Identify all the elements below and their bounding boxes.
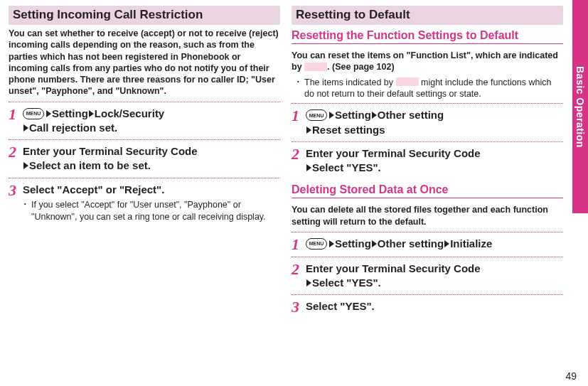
right-sub1-intro: You can reset the items on "Function Lis… xyxy=(292,50,563,73)
step-line: Select "YES". xyxy=(312,277,381,289)
chevron-right-icon xyxy=(23,162,28,169)
step-line: Enter your Terminal Security Code xyxy=(306,262,481,274)
chevron-right-icon xyxy=(306,127,311,134)
side-tab: Basic Operation xyxy=(572,0,588,213)
left-step-2: 2 Enter your Terminal Security Code Sele… xyxy=(9,140,280,178)
section-title-left: Setting Incoming Call Restriction xyxy=(9,6,280,25)
step-line: Select an item to be set. xyxy=(29,159,151,171)
chevron-right-icon xyxy=(329,112,334,119)
chevron-right-icon xyxy=(329,240,334,247)
highlight-chip xyxy=(396,77,419,86)
note-text: If you select "Accept" for "User unset",… xyxy=(31,199,280,223)
highlight-chip xyxy=(304,63,327,71)
path-part: Initialize xyxy=(450,237,492,250)
subheading-delete-stored: Deleting Stored Data at Once xyxy=(292,183,563,198)
page-number: 49 xyxy=(565,370,577,382)
section-title-right: Resetting to Default xyxy=(292,6,563,25)
left-column: Setting Incoming Call Restriction You ca… xyxy=(9,6,280,319)
path-part: Other setting xyxy=(378,237,444,250)
step-number: 2 xyxy=(9,144,18,160)
left-step-1: 1 MENUSettingLock/Security Call rejectio… xyxy=(9,102,280,141)
right-sub1-step-1: 1 MENUSettingOther setting Reset setting… xyxy=(292,104,563,142)
page-content: Setting Incoming Call Restriction You ca… xyxy=(0,0,588,325)
chevron-right-icon xyxy=(444,240,449,247)
note-text: The items indicated by might include the… xyxy=(304,77,563,101)
right-sub2-step-2: 2 Enter your Terminal Security Code Sele… xyxy=(292,257,563,296)
right-sub2-step-3: 3 Select "YES". xyxy=(292,295,563,319)
step-line: Enter your Terminal Security Code xyxy=(306,147,481,159)
chevron-right-icon xyxy=(372,112,377,119)
step-line: Enter your Terminal Security Code xyxy=(23,145,198,157)
path-part: Setting xyxy=(335,109,371,121)
chevron-right-icon xyxy=(46,110,51,117)
step-number: 3 xyxy=(9,183,18,198)
menu-icon: MENU xyxy=(23,108,44,119)
chevron-right-icon xyxy=(306,164,311,171)
bullet-icon: ･ xyxy=(23,199,28,223)
step-number: 2 xyxy=(292,146,301,162)
chevron-right-icon xyxy=(89,110,94,117)
intro-part: . (See page 102) xyxy=(327,62,395,72)
path-part: Lock/Security xyxy=(95,107,164,119)
chevron-right-icon xyxy=(306,279,311,286)
right-sub2-step-1: 1 MENUSettingOther settingInitialize xyxy=(292,232,563,257)
step-line: Select "Accept" or "Reject". xyxy=(23,183,164,195)
chevron-right-icon xyxy=(372,240,377,247)
step-number: 1 xyxy=(9,107,18,122)
menu-icon: MENU xyxy=(306,109,327,121)
step-number: 3 xyxy=(292,299,301,315)
subheading-reset-functions: Resetting the Function Settings to Defau… xyxy=(292,29,563,44)
right-sub1-step-2: 2 Enter your Terminal Security Code Sele… xyxy=(292,142,563,180)
path-part: Reset settings xyxy=(312,124,385,136)
step-number: 1 xyxy=(292,108,301,124)
step-number: 1 xyxy=(292,237,301,252)
path-part: Setting xyxy=(52,107,88,119)
step-line: Select "YES". xyxy=(312,161,381,173)
menu-icon: MENU xyxy=(306,238,327,250)
left-intro: You can set whether to receive (accept) … xyxy=(9,28,280,97)
step-line: Select "YES". xyxy=(306,300,375,312)
bullet-icon: ･ xyxy=(296,77,301,101)
chevron-right-icon xyxy=(23,124,28,132)
left-step-3: 3 Select "Accept" or "Reject". ･ If you … xyxy=(9,178,280,227)
step-number: 2 xyxy=(292,262,301,277)
path-part: Other setting xyxy=(378,109,444,121)
path-part: Call rejection set. xyxy=(29,122,117,134)
path-part: Setting xyxy=(335,237,371,250)
right-sub2-intro: You can delete all the stored files toge… xyxy=(292,204,563,227)
right-column: Resetting to Default Resetting the Funct… xyxy=(292,6,563,319)
step-note: ･ If you select "Accept" for "User unset… xyxy=(23,199,280,223)
right-sub1-note: ･ The items indicated by might include t… xyxy=(292,77,563,101)
